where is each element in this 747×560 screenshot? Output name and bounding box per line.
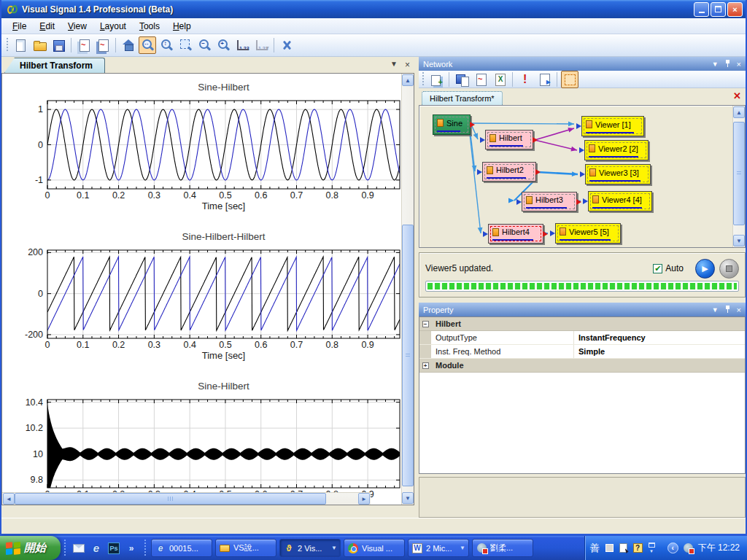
task-group-dropdown-icon[interactable]: ▼ <box>460 545 465 551</box>
node-hilbert4[interactable]: Hilbert4 <box>488 224 543 244</box>
property-close-icon[interactable]: × <box>737 306 741 314</box>
tray-collapse-icon[interactable]: ‹ <box>667 542 678 553</box>
import-signal-icon[interactable] <box>75 36 93 54</box>
scroll-right-icon[interactable]: ► <box>358 493 370 505</box>
network-tab-close-icon[interactable]: ✕ <box>733 90 741 101</box>
task-button-4[interactable]: Visual ... <box>344 539 405 557</box>
zoom-out-icon[interactable]: − <box>196 36 213 54</box>
menu-layout[interactable]: Layout <box>93 20 133 33</box>
task-group-dropdown-icon[interactable]: ▼ <box>331 545 337 551</box>
internet-explorer-icon[interactable]: e <box>90 542 103 555</box>
scroll-left-icon[interactable]: ◄ <box>3 493 15 505</box>
property-row-outputtype[interactable]: OutputTypeInstantFrequency <box>419 331 745 345</box>
restore-button[interactable] <box>711 2 726 17</box>
chart-vertical-scrollbar[interactable]: ▲ ▼ <box>401 74 414 505</box>
home-view-icon[interactable] <box>120 36 137 54</box>
chart-3[interactable]: Sine-Hilbert00.10.20.30.40.50.60.70.80.9… <box>2 373 401 505</box>
task-button-1[interactable]: e00015... <box>151 539 212 557</box>
chart-1[interactable]: Sine-Hilbert00.10.20.30.40.50.60.70.80.9… <box>2 74 401 222</box>
menu-edit[interactable]: Edit <box>33 20 61 33</box>
play-button[interactable]: ▶ <box>695 259 715 279</box>
preferences-tools-icon[interactable] <box>278 36 295 54</box>
chart-viewer-area[interactable]: Sine-Hilbert00.10.20.30.40.50.60.70.80.9… <box>1 73 414 505</box>
property-value[interactable]: InstantFrequency <box>574 331 745 344</box>
expand-icon[interactable]: + <box>422 362 429 369</box>
zoom-vertical-icon[interactable]: ↕ <box>158 36 175 54</box>
node-viewer1[interactable]: Viewer [1] <box>581 116 644 136</box>
node-sine[interactable]: Sine <box>433 114 471 135</box>
network-pin-icon[interactable] <box>725 60 730 68</box>
photoshop-icon[interactable]: Ps <box>107 542 120 555</box>
network-panel-header[interactable]: Network ▼ × <box>419 57 746 71</box>
menu-tools[interactable]: Tools <box>133 20 166 33</box>
new-document-icon[interactable] <box>12 36 29 54</box>
save-network-icon[interactable] <box>453 71 471 88</box>
scroll-up-icon[interactable]: ▲ <box>733 106 745 118</box>
close-button[interactable]: × <box>727 2 743 17</box>
menu-help[interactable]: Help <box>166 20 198 33</box>
task-area-grip[interactable] <box>144 540 147 557</box>
chart-view-icon[interactable] <box>472 71 489 88</box>
ime-toolbar-icon[interactable]: ▾ <box>649 542 655 554</box>
scroll-down-icon[interactable]: ▼ <box>402 492 414 504</box>
node-viewer2[interactable]: Viewer2 [2] <box>584 140 649 160</box>
axis-scale-icon[interactable] <box>233 36 251 54</box>
ime-help-icon[interactable]: ? <box>633 543 643 553</box>
stop-button[interactable] <box>719 259 739 279</box>
zoom-region-icon[interactable] <box>177 36 194 54</box>
tab-list-dropdown-icon[interactable]: ▼ <box>390 60 398 70</box>
scroll-up-icon[interactable]: ▲ <box>402 74 414 86</box>
property-dropdown-icon[interactable]: ▼ <box>712 306 719 314</box>
network-tab-hilbert-transform[interactable]: Hilbert Transform* <box>422 91 503 105</box>
quick-launch-grip[interactable] <box>63 540 66 557</box>
add-module-icon[interactable] <box>427 71 445 88</box>
node-viewer4[interactable]: Viewer4 [4] <box>588 191 652 211</box>
task-button-5[interactable]: W2 Mic...▼ <box>408 539 469 557</box>
tab-hilbert-transform[interactable]: Hilbert Transform <box>4 58 105 73</box>
node-viewer3[interactable]: Viewer3 [3] <box>585 164 651 184</box>
scroll-down-icon[interactable]: ▼ <box>733 235 745 246</box>
stop-run-icon[interactable] <box>516 71 534 88</box>
horizontal-scroll-thumb[interactable] <box>15 493 326 505</box>
property-panel-header[interactable]: Property ▼ × <box>419 303 746 316</box>
menu-view[interactable]: View <box>61 20 93 33</box>
property-pin-icon[interactable] <box>725 306 730 314</box>
overflow-chevron[interactable]: » <box>125 542 138 555</box>
node-hilbert2[interactable]: Hilbert2 <box>482 162 536 182</box>
save-file-icon[interactable] <box>50 36 67 54</box>
property-value[interactable]: Simple <box>574 345 745 358</box>
menu-file[interactable]: File <box>6 20 33 33</box>
writing-pad-icon[interactable] <box>619 543 627 553</box>
export-signal-icon[interactable] <box>94 36 112 54</box>
chart-2[interactable]: Sine-Hilbert-Hilbert00.10.20.30.40.50.60… <box>2 223 401 372</box>
zoom-in-icon[interactable]: + <box>214 36 232 54</box>
ime-language-icon[interactable]: 善 <box>590 542 600 555</box>
tab-close-icon[interactable]: × <box>405 60 410 70</box>
open-file-icon[interactable] <box>31 36 48 54</box>
task-button-6[interactable]: 劉柔... <box>472 539 533 557</box>
toolbar-grip[interactable] <box>421 72 425 87</box>
network-dropdown-icon[interactable]: ▼ <box>712 61 719 68</box>
node-hilbert[interactable]: Hilbert <box>485 130 533 149</box>
property-group-module[interactable]: +Module <box>419 359 745 373</box>
network-close-icon[interactable]: × <box>737 60 741 69</box>
vertical-scroll-thumb[interactable] <box>733 122 745 225</box>
network-canvas[interactable]: ▲ ▼ SineHilbertHilbert2Hilbert3Hilbert4V… <box>419 105 746 248</box>
axis-scale-auto-icon[interactable]: ▼ <box>252 36 270 54</box>
task-button-3[interactable]: ϑ2 Vis...▼ <box>279 539 341 557</box>
title-bar[interactable]: Visual Signal 1.4 Professional (Beta) × <box>1 0 746 18</box>
node-hilbert3[interactable]: Hilbert3 <box>522 192 577 211</box>
excel-export-icon[interactable] <box>491 71 508 88</box>
start-button[interactable]: 開始 <box>0 536 61 560</box>
zoom-horizontal-icon[interactable]: ↔ <box>139 36 156 54</box>
network-vertical-scrollbar[interactable]: ▲ ▼ <box>732 106 745 247</box>
collapse-icon[interactable]: − <box>422 321 429 327</box>
minimize-button[interactable] <box>694 2 709 17</box>
task-button-2[interactable]: VS說... <box>215 539 276 557</box>
property-group-hilbert[interactable]: −Hilbert <box>419 317 745 331</box>
node-viewer5[interactable]: Viewer5 [5] <box>555 223 621 244</box>
select-region-icon[interactable] <box>561 71 578 88</box>
ime-fullwidth-icon[interactable] <box>605 544 614 552</box>
auto-checkbox[interactable]: ✔ <box>653 264 662 273</box>
run-network-icon[interactable] <box>535 71 553 88</box>
